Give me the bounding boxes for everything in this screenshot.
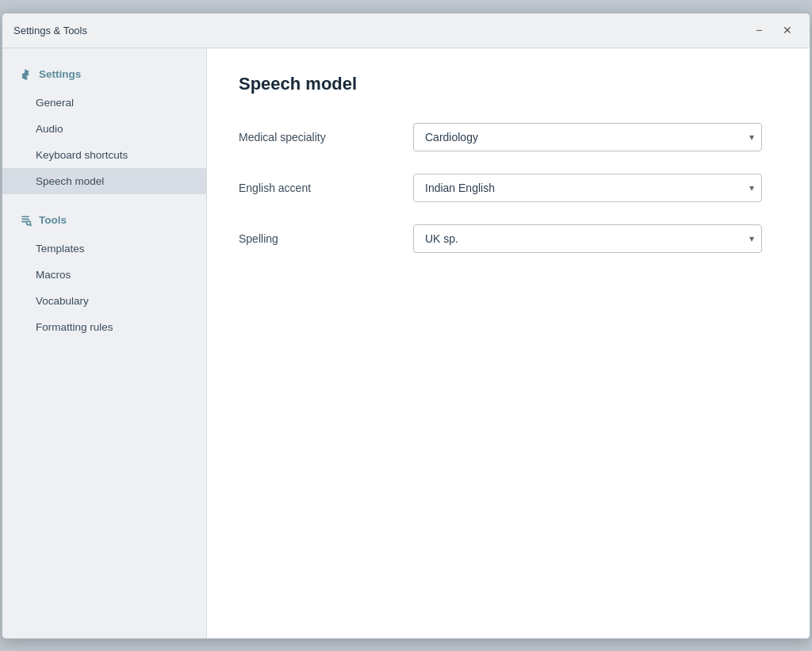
english-accent-select[interactable]: Indian English British English American … (413, 174, 762, 202)
spelling-select[interactable]: UK sp. US sp. Australian sp. (413, 224, 762, 253)
medical-speciality-label: Medical speciality (239, 131, 413, 144)
english-accent-control: Indian English British English American … (413, 174, 762, 202)
sidebar-item-audio[interactable]: Audio (2, 116, 206, 142)
title-bar: Settings & Tools − ✕ (2, 13, 810, 48)
medical-speciality-select[interactable]: Cardiology Radiology Pathology General P… (413, 123, 762, 151)
sidebar-item-keyboard-shortcuts[interactable]: Keyboard shortcuts (2, 142, 206, 168)
content-area: Settings General Audio Keyboard shortcut… (2, 48, 810, 638)
page-title: Speech model (239, 74, 778, 94)
spelling-wrapper: UK sp. US sp. Australian sp. ▾ (413, 224, 762, 253)
sidebar-item-speech-model[interactable]: Speech model (2, 168, 206, 194)
window-title: Settings & Tools (13, 25, 87, 36)
settings-window: Settings & Tools − ✕ Settings General Au… (2, 13, 810, 639)
sidebar-item-macros[interactable]: Macros (2, 262, 206, 288)
spelling-control: UK sp. US sp. Australian sp. ▾ (413, 224, 762, 253)
english-accent-wrapper: Indian English British English American … (413, 174, 762, 202)
settings-icon (18, 67, 33, 82)
medical-speciality-row: Medical speciality Cardiology Radiology … (239, 123, 778, 151)
spelling-row: Spelling UK sp. US sp. Australian sp. ▾ (239, 224, 778, 253)
sidebar-item-templates[interactable]: Templates (2, 236, 206, 262)
tools-icon (18, 213, 33, 228)
medical-speciality-wrapper: Cardiology Radiology Pathology General P… (413, 123, 762, 151)
spelling-label: Spelling (239, 232, 413, 245)
sidebar: Settings General Audio Keyboard shortcut… (2, 48, 207, 638)
tools-section-label: Tools (39, 214, 67, 226)
window-controls: − ✕ (748, 19, 799, 41)
minimize-button[interactable]: − (748, 19, 770, 41)
sidebar-settings-section: Settings (2, 61, 206, 88)
close-button[interactable]: ✕ (776, 19, 799, 41)
english-accent-row: English accent Indian English British En… (239, 174, 778, 202)
sidebar-item-general[interactable]: General (2, 90, 206, 116)
settings-section-label: Settings (39, 68, 81, 80)
english-accent-label: English accent (239, 182, 413, 194)
sidebar-item-formatting-rules[interactable]: Formatting rules (2, 314, 206, 340)
sidebar-item-vocabulary[interactable]: Vocabulary (2, 288, 206, 314)
sidebar-tools-section: Tools (2, 207, 206, 234)
main-content: Speech model Medical speciality Cardiolo… (207, 48, 810, 638)
medical-speciality-control: Cardiology Radiology Pathology General P… (413, 123, 762, 151)
